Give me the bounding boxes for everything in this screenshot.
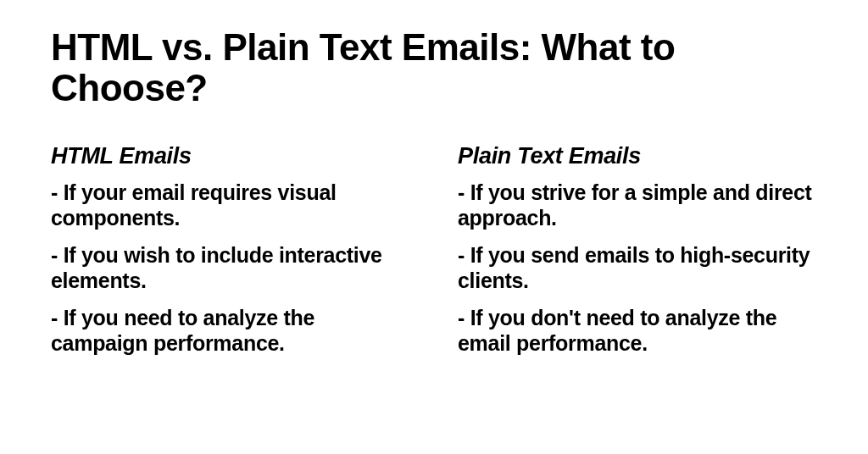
list-item: - If you strive for a simple and direct … — [458, 180, 814, 230]
list-item: - If your email requires visual componen… — [51, 180, 407, 230]
page-title: HTML vs. Plain Text Emails: What to Choo… — [51, 27, 817, 109]
column-html-emails: HTML Emails - If your email requires vis… — [51, 143, 407, 368]
list-item: - If you need to analyze the campaign pe… — [51, 305, 407, 356]
column-heading-right: Plain Text Emails — [458, 143, 814, 169]
column-heading-left: HTML Emails — [51, 143, 407, 169]
list-item: - If you wish to include interactive ele… — [51, 242, 407, 293]
columns-container: HTML Emails - If your email requires vis… — [51, 143, 817, 368]
list-item: - If you don't need to analyze the email… — [458, 305, 814, 356]
column-plain-text-emails: Plain Text Emails - If you strive for a … — [458, 143, 814, 368]
list-item: - If you send emails to high-security cl… — [458, 242, 814, 293]
